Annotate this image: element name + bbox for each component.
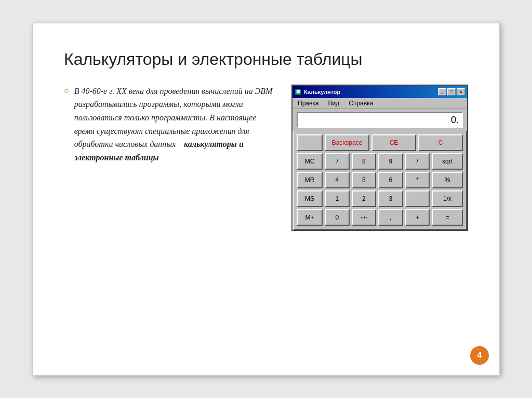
- multiply-button[interactable]: *: [405, 172, 430, 188]
- add-button[interactable]: +: [405, 209, 430, 226]
- calc-icon: ▦: [295, 88, 302, 95]
- calc-row-ms: MS 1 2 3 - 1/x: [297, 190, 463, 207]
- btn-9[interactable]: 9: [378, 153, 403, 170]
- btn-2[interactable]: 2: [352, 190, 377, 207]
- menu-vid[interactable]: Вид: [326, 99, 342, 107]
- btn-1[interactable]: 1: [325, 190, 350, 207]
- maximize-button[interactable]: □: [447, 88, 456, 95]
- ce-button[interactable]: CE: [371, 134, 416, 151]
- percent-button[interactable]: %: [432, 172, 463, 188]
- ms-button[interactable]: MS: [297, 190, 323, 207]
- calc-row-mr: MR 4 5 6 * %: [297, 172, 463, 188]
- minimize-button[interactable]: _: [438, 88, 446, 95]
- bullet-item: ○ В 40-60-е г. ХХ века для проведения вы…: [64, 85, 276, 164]
- text-column: ○ В 40-60-е г. ХХ века для проведения вы…: [64, 85, 276, 170]
- subtract-button[interactable]: -: [405, 190, 430, 207]
- close-button[interactable]: ×: [457, 88, 465, 95]
- page-title: Калькуляторы и электронные таблицы: [64, 49, 468, 69]
- btn-7[interactable]: 7: [325, 153, 350, 170]
- empty-btn: [297, 134, 323, 151]
- btn-4[interactable]: 4: [325, 172, 350, 188]
- calc-titlebar: ▦ Калькулятор _ □ ×: [292, 86, 467, 98]
- calculator-window: ▦ Калькулятор _ □ × Правка Вид Справка 0…: [291, 85, 468, 231]
- calc-row-mc: MC 7 8 9 / sqrt: [297, 153, 463, 170]
- calc-buttons: Backspace CE C MC 7 8 9 / sqrt MR 4: [292, 131, 467, 230]
- reciprocal-button[interactable]: 1/x: [432, 190, 463, 207]
- calc-titlebar-buttons: _ □ ×: [438, 88, 465, 95]
- slide: Калькуляторы и электронные таблицы ○ В 4…: [32, 23, 500, 376]
- decimal-button[interactable]: ,: [378, 209, 403, 226]
- btn-6[interactable]: 6: [378, 172, 403, 188]
- mc-button[interactable]: MC: [297, 153, 323, 170]
- mplus-button[interactable]: M+: [297, 209, 323, 226]
- calc-display: 0.: [297, 112, 463, 128]
- negate-button[interactable]: +/-: [352, 209, 377, 226]
- sqrt-button[interactable]: sqrt: [432, 153, 463, 170]
- mr-button[interactable]: MR: [297, 172, 323, 188]
- menu-spravka[interactable]: Справка: [347, 99, 375, 107]
- calc-row-top: Backspace CE C: [297, 134, 463, 151]
- calc-row-mplus: M+ 0 +/- , + =: [297, 209, 463, 226]
- c-button[interactable]: C: [418, 134, 463, 151]
- btn-5[interactable]: 5: [352, 172, 377, 188]
- backspace-button[interactable]: Backspace: [325, 134, 369, 151]
- btn-3[interactable]: 3: [378, 190, 403, 207]
- calc-menubar: Правка Вид Справка: [292, 98, 467, 109]
- content-area: ○ В 40-60-е г. ХХ века для проведения вы…: [64, 85, 468, 231]
- calc-titlebar-left: ▦ Калькулятор: [295, 88, 340, 95]
- page-number: 4: [470, 346, 489, 365]
- calc-title-text: Калькулятор: [304, 89, 340, 95]
- bullet-text: В 40-60-е г. ХХ века для проведения вычи…: [74, 85, 276, 164]
- calc-display-area: 0.: [292, 109, 467, 131]
- btn-8[interactable]: 8: [352, 153, 377, 170]
- divide-button[interactable]: /: [405, 153, 430, 170]
- equals-button[interactable]: =: [432, 209, 463, 226]
- bullet-icon: ○: [64, 86, 69, 95]
- menu-pravka[interactable]: Правка: [296, 99, 321, 107]
- btn-0[interactable]: 0: [325, 209, 350, 226]
